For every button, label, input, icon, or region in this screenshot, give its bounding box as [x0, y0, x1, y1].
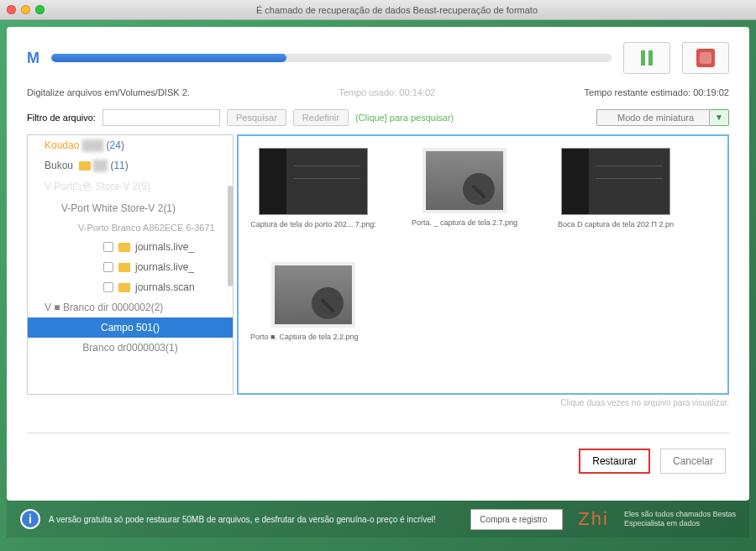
tree-item[interactable]: journals.live_	[28, 257, 233, 277]
progress-row: M	[27, 42, 729, 74]
folder-icon	[118, 283, 130, 292]
progress-letter: M	[27, 50, 39, 67]
pause-icon	[641, 50, 653, 66]
action-buttons: Restaurar Cancelar	[27, 449, 729, 474]
time-used: Tempo usado: 00:14:02	[339, 87, 435, 97]
thumbnail-mode-select[interactable]: Modo de miniatura ▼	[596, 109, 729, 126]
file-name: Boca D captura de tela 202 П 2.pn	[553, 220, 679, 228]
checkbox[interactable]	[103, 242, 113, 252]
folder-icon	[118, 243, 130, 252]
minimize-icon[interactable]	[21, 5, 30, 14]
double-click-hint: Clique duas vezes no arquivo para visual…	[27, 398, 729, 407]
time-remaining: Tempo restante estimado: 00:19:02	[585, 87, 729, 97]
buy-register-button[interactable]: Compra e registro	[470, 509, 563, 530]
thumbnail	[561, 148, 670, 215]
file-name: Captura de tela do porto 202... 7.png:	[250, 220, 376, 228]
tree-item[interactable]: V ■ Branco dir 0000002(2)	[28, 297, 233, 317]
filter-input[interactable]	[102, 109, 220, 126]
thumbnail	[271, 262, 355, 328]
folder-tree[interactable]: Koudao ███ (24) Bukou ██ (11) V-Port白色 S…	[27, 134, 234, 395]
tree-item[interactable]: Bukou ██ (11)	[28, 155, 233, 176]
progress-fill	[51, 54, 286, 62]
file-item[interactable]: Captura de tela do porto 202... 7.png:	[250, 148, 376, 228]
folder-icon	[118, 263, 130, 272]
footer-text: A versão gratuita só pode restaurar 50MB…	[49, 515, 462, 524]
dropdown-arrow-icon[interactable]: ▼	[710, 109, 729, 126]
stop-button[interactable]	[682, 42, 729, 74]
window-title: É chamado de recuperação de dados Beast-…	[45, 5, 749, 15]
search-hint: (Clique] para pesquisar)	[355, 113, 454, 123]
titlebar: É chamado de recuperação de dados Beast-…	[0, 0, 756, 20]
scrollbar[interactable]	[228, 186, 233, 286]
file-item[interactable]: Porto ■. Captura de tela 2.2.png	[250, 262, 376, 341]
file-name: Porto ■. Captura de tela 2.2.png	[250, 333, 376, 341]
file-grid: Captura de tela do porto 202... 7.png: P…	[237, 134, 729, 395]
file-name: Porta. _ captura de tela 2.7.png	[402, 218, 528, 227]
tree-item[interactable]: journals.scan	[28, 277, 233, 297]
checkbox[interactable]	[103, 282, 113, 292]
file-item[interactable]: Boca D captura de tela 202 П 2.pn	[553, 148, 679, 228]
tree-item-selected[interactable]: Campo 501()	[28, 317, 233, 338]
cancel-button[interactable]: Cancelar	[660, 449, 726, 474]
tree-item[interactable]: Branco dr0000003(1)	[28, 338, 233, 358]
maximize-icon[interactable]	[35, 5, 45, 14]
divider	[27, 433, 729, 433]
footer: i A versão gratuita só pode restaurar 50…	[7, 501, 749, 538]
reset-button[interactable]: Redefinir	[293, 109, 349, 126]
thumbnail-mode-label: Modo de miniatura	[596, 109, 710, 126]
close-icon[interactable]	[7, 5, 16, 14]
info-row: Digitalize arquivos em/Volumes/DISK 2. T…	[27, 87, 729, 97]
checkbox[interactable]	[103, 262, 113, 272]
scan-path: Digitalize arquivos em/Volumes/DISK 2.	[27, 87, 190, 97]
tree-item[interactable]: journals.live_	[28, 237, 233, 257]
pause-button[interactable]	[623, 42, 670, 74]
tree-item[interactable]: V-Porto Branco A862ECE 6-3671	[28, 218, 233, 237]
tree-item[interactable]: Koudao ███ (24)	[28, 135, 233, 155]
tree-item[interactable]: V-Port White Store-V 2(1)	[28, 198, 233, 218]
restore-button[interactable]: Restaurar	[579, 449, 650, 474]
thumbnail	[423, 148, 507, 213]
thumbnail	[259, 148, 368, 215]
filter-label: Filtro de arquivo:	[27, 113, 96, 123]
traffic-lights	[7, 5, 45, 14]
search-button[interactable]: Pesquisar	[227, 109, 286, 126]
stop-icon	[696, 49, 715, 67]
info-icon: i	[20, 509, 40, 529]
filter-row: Filtro de arquivo: Pesquisar Redefinir (…	[27, 109, 729, 126]
progress-bar	[51, 54, 612, 62]
brand-tagline: Eles são todos chamados Bestas Especiali…	[624, 510, 736, 528]
brand-logo: Zhi	[578, 508, 609, 530]
folder-icon	[79, 161, 91, 171]
tree-item[interactable]: V-Port白色 Store-V 2(5)	[28, 176, 233, 198]
file-item[interactable]: Porta. _ captura de tela 2.7.png	[402, 148, 528, 228]
